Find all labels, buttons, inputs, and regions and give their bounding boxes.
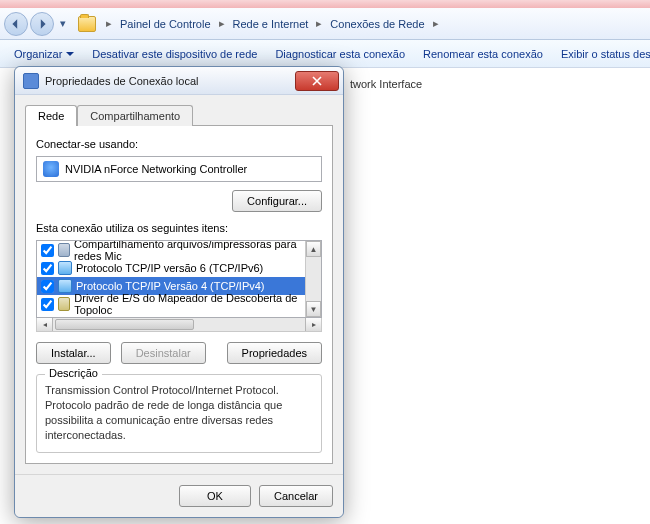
list-item-label: Protocolo TCP/IP Versão 4 (TCP/IPv4) — [76, 280, 265, 292]
nav-history-dropdown[interactable]: ▾ — [56, 12, 70, 36]
scroll-up-button[interactable]: ▲ — [306, 241, 321, 257]
driver-icon — [58, 297, 70, 311]
chevron-right-icon: ▸ — [314, 17, 324, 30]
description-legend: Descrição — [45, 367, 102, 379]
scroll-right-button[interactable]: ▸ — [305, 318, 321, 331]
horizontal-scrollbar[interactable]: ◂ ▸ — [36, 318, 322, 332]
rename-button[interactable]: Renomear esta conexão — [417, 46, 549, 62]
ok-button[interactable]: OK — [179, 485, 251, 507]
show-status-button[interactable]: Exibir o status desta cone — [555, 46, 650, 62]
window-chrome-stripe — [0, 0, 650, 8]
breadcrumb-network-connections[interactable]: Conexões de Rede — [326, 16, 428, 32]
item-checkbox[interactable] — [41, 280, 54, 293]
install-button[interactable]: Instalar... — [36, 342, 111, 364]
scroll-down-button[interactable]: ▼ — [306, 301, 321, 317]
tab-strip: Rede Compartilhamento — [15, 95, 343, 126]
nav-forward-button[interactable] — [30, 12, 54, 36]
components-listbox[interactable]: Compartilhamento arquivos/impressoras pa… — [36, 240, 322, 318]
chevron-right-icon: ▸ — [217, 17, 227, 30]
diagnose-button[interactable]: Diagnosticar esta conexão — [269, 46, 411, 62]
folder-icon — [78, 16, 96, 32]
properties-button[interactable]: Propriedades — [227, 342, 322, 364]
list-item-label: Protocolo TCP/IP versão 6 (TCP/IPv6) — [76, 262, 263, 274]
cancel-button[interactable]: Cancelar — [259, 485, 333, 507]
close-button[interactable] — [295, 71, 339, 91]
scroll-track[interactable] — [53, 318, 305, 331]
uses-items-label: Esta conexão utiliza os seguintes itens: — [36, 222, 322, 234]
description-group: Descrição Transmission Control Protocol/… — [36, 374, 322, 453]
command-bar: Organizar Desativar este dispositivo de … — [0, 40, 650, 68]
item-checkbox[interactable] — [41, 298, 54, 311]
network-icon — [23, 73, 39, 89]
item-checkbox[interactable] — [41, 262, 54, 275]
properties-dialog: Propriedades de Conexão local Rede Compa… — [14, 66, 344, 518]
adapter-name: NVIDIA nForce Networking Controller — [65, 163, 247, 175]
dialog-footer: OK Cancelar — [15, 474, 343, 517]
dialog-title: Propriedades de Conexão local — [45, 75, 295, 87]
scroll-track[interactable] — [306, 257, 321, 301]
breadcrumb: ▸ Painel de Controle ▸ Rede e Internet ▸… — [104, 16, 441, 32]
adapter-field: NVIDIA nForce Networking Controller — [36, 156, 322, 182]
organize-menu[interactable]: Organizar — [8, 46, 80, 62]
scroll-thumb[interactable] — [55, 319, 194, 330]
tab-network[interactable]: Rede — [25, 105, 77, 126]
list-item[interactable]: Driver de E/S do Mapeador de Descoberta … — [37, 295, 305, 313]
chevron-right-icon: ▸ — [104, 17, 114, 30]
adapter-icon — [43, 161, 59, 177]
breadcrumb-network-internet[interactable]: Rede e Internet — [229, 16, 313, 32]
tab-panel-network: Conectar-se usando: NVIDIA nForce Networ… — [25, 125, 333, 464]
scroll-left-button[interactable]: ◂ — [37, 318, 53, 331]
list-item-label: Compartilhamento arquivos/impressoras pa… — [74, 241, 301, 262]
connect-using-label: Conectar-se usando: — [36, 138, 322, 150]
disable-device-button[interactable]: Desativar este dispositivo de rede — [86, 46, 263, 62]
connection-item-label: twork Interface — [350, 78, 422, 90]
description-text: Transmission Control Protocol/Internet P… — [45, 383, 313, 442]
chevron-right-icon: ▸ — [431, 17, 441, 30]
dialog-titlebar[interactable]: Propriedades de Conexão local — [15, 67, 343, 95]
printer-share-icon — [58, 243, 70, 257]
protocol-icon — [58, 279, 72, 293]
configure-button[interactable]: Configurar... — [232, 190, 322, 212]
close-icon — [312, 76, 322, 86]
list-item-label: Driver de E/S do Mapeador de Descoberta … — [74, 292, 301, 316]
tab-sharing[interactable]: Compartilhamento — [77, 105, 193, 126]
explorer-nav-bar: ▾ ▸ Painel de Controle ▸ Rede e Internet… — [0, 8, 650, 40]
nav-back-button[interactable] — [4, 12, 28, 36]
protocol-icon — [58, 261, 72, 275]
item-checkbox[interactable] — [41, 244, 54, 257]
vertical-scrollbar[interactable]: ▲ ▼ — [305, 241, 321, 317]
breadcrumb-control-panel[interactable]: Painel de Controle — [116, 16, 215, 32]
uninstall-button: Desinstalar — [121, 342, 206, 364]
list-item[interactable]: Compartilhamento arquivos/impressoras pa… — [37, 241, 305, 259]
